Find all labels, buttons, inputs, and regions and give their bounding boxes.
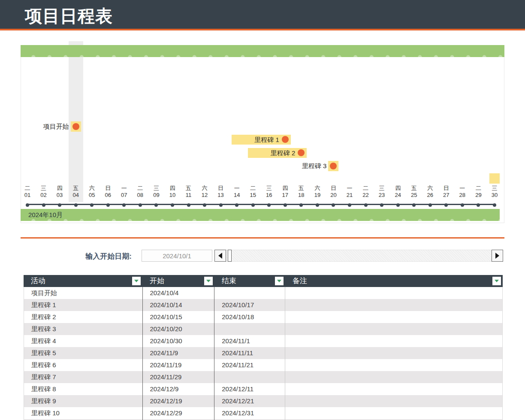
- cell-start[interactable]: 2024/11/9: [143, 347, 215, 359]
- scrollbar-thumb[interactable]: [228, 250, 232, 262]
- cell-end[interactable]: 2024/10/18: [214, 311, 285, 323]
- day-number: 07: [116, 192, 132, 199]
- cell-notes[interactable]: [285, 335, 502, 347]
- cell-activity[interactable]: 里程碑 6: [24, 359, 143, 371]
- cell-notes[interactable]: [285, 299, 502, 311]
- column-header-end: 结束: [214, 275, 285, 287]
- gantt-chart: 二01三02四03五04六05日06一07二08三09四10五11六12日13一…: [21, 45, 504, 223]
- weekday-label: 三: [36, 185, 52, 192]
- day-number: 17: [277, 192, 293, 199]
- axis-day: 日27: [438, 185, 454, 199]
- cell-notes[interactable]: [285, 407, 502, 419]
- cell-end[interactable]: [214, 371, 285, 383]
- table-row: 里程碑 42024/10/302024/11/1: [24, 335, 503, 347]
- app-header: 项目日程表: [0, 0, 525, 30]
- axis-tick-dot: [332, 203, 335, 207]
- filter-dropdown-icon: [206, 280, 211, 282]
- cell-start[interactable]: 2024/10/30: [143, 335, 215, 347]
- day-number: 08: [132, 192, 148, 199]
- cell-notes[interactable]: [285, 311, 502, 323]
- axis-tick-dot: [171, 203, 174, 207]
- cell-notes[interactable]: [285, 359, 502, 371]
- axis-tick-dot: [316, 203, 319, 207]
- cell-start[interactable]: 2024/10/14: [143, 299, 215, 311]
- table-row: 里程碑 32024/10/20: [24, 323, 503, 335]
- cell-notes[interactable]: [285, 371, 502, 383]
- axis-tick-dot: [235, 203, 238, 207]
- cell-start[interactable]: 2024/11/29: [143, 371, 215, 383]
- cell-start[interactable]: 2024/10/20: [143, 323, 215, 335]
- cell-start[interactable]: 2024/12/9: [143, 383, 215, 395]
- weekday-label: 一: [454, 185, 471, 192]
- cell-end[interactable]: 2024/12/21: [214, 395, 285, 407]
- cell-activity[interactable]: 里程碑 3: [24, 323, 143, 335]
- weekday-label: 一: [341, 185, 358, 192]
- day-number: 25: [406, 192, 422, 199]
- weekday-label: 二: [19, 185, 36, 192]
- weekday-label: 五: [181, 185, 197, 192]
- cell-activity[interactable]: 里程碑 9: [24, 395, 143, 407]
- filter-button-end[interactable]: [275, 277, 284, 285]
- scroll-right-button[interactable]: [492, 250, 503, 262]
- day-number: 28: [454, 192, 471, 199]
- day-number: 23: [374, 192, 390, 199]
- filter-button-start[interactable]: [204, 277, 213, 285]
- axis-tick-dot: [477, 203, 480, 207]
- axis-tick-dot: [412, 203, 416, 207]
- cell-notes[interactable]: [285, 347, 502, 359]
- axis-tick-dot: [299, 203, 303, 207]
- filter-button-notes[interactable]: [492, 277, 501, 285]
- day-number: 18: [293, 192, 309, 199]
- cell-activity[interactable]: 里程碑 5: [24, 347, 143, 359]
- axis-day: 三30: [486, 185, 503, 199]
- cell-end[interactable]: 2024/10/17: [214, 299, 285, 311]
- cell-activity[interactable]: 里程碑 10: [24, 407, 143, 419]
- axis-tick-dot: [219, 203, 223, 207]
- cell-end[interactable]: 2024/11/21: [214, 359, 285, 371]
- cell-end[interactable]: 2024/11/1: [214, 335, 285, 347]
- axis-tick-dot: [26, 203, 29, 207]
- filter-dropdown-icon: [134, 280, 139, 282]
- scroll-left-button[interactable]: [214, 250, 226, 262]
- cell-start[interactable]: 2024/12/29: [143, 407, 215, 419]
- cell-activity[interactable]: 里程碑 2: [24, 311, 143, 323]
- axis-day: 六12: [196, 185, 213, 199]
- weekday-label: 六: [422, 185, 438, 192]
- cell-end[interactable]: [214, 287, 285, 299]
- axis-day: 四10: [164, 185, 181, 199]
- cell-activity[interactable]: 里程碑 1: [24, 299, 143, 311]
- section-divider: [21, 237, 504, 239]
- table-header-row: 活动 开始 结束 备注: [24, 275, 503, 287]
- cell-notes[interactable]: [285, 383, 502, 395]
- day-number: 15: [245, 192, 261, 199]
- cell-activity[interactable]: 里程碑 8: [24, 383, 143, 395]
- weekday-label: 四: [390, 185, 406, 192]
- cell-start[interactable]: 2024/10/15: [143, 311, 215, 323]
- axis-day: 日20: [325, 185, 341, 199]
- cell-activity[interactable]: 里程碑 7: [24, 371, 143, 383]
- cell-activity[interactable]: 项目开始: [24, 287, 143, 299]
- milestone-label: 项目开始: [0, 122, 69, 131]
- cell-start[interactable]: 2024/11/19: [143, 359, 215, 371]
- axis-day: 三23: [374, 185, 390, 199]
- cell-notes[interactable]: [285, 395, 502, 407]
- scrollbar-track[interactable]: [226, 250, 492, 262]
- day-number: 19: [309, 192, 326, 199]
- cell-start[interactable]: 2024/10/4: [143, 287, 215, 299]
- cell-notes[interactable]: [285, 287, 502, 299]
- cell-end[interactable]: 2024/12/31: [214, 407, 285, 419]
- day-number: 12: [196, 192, 213, 199]
- axis-day: 二01: [19, 185, 36, 199]
- axis-day: 四03: [51, 185, 68, 199]
- day-number: 22: [358, 192, 374, 199]
- cell-end[interactable]: 2024/11/11: [214, 347, 285, 359]
- cell-end[interactable]: [214, 323, 285, 335]
- start-date-input[interactable]: [142, 250, 212, 262]
- milestone-dot: [282, 136, 289, 143]
- cell-notes[interactable]: [285, 323, 502, 335]
- cell-activity[interactable]: 里程碑 4: [24, 335, 143, 347]
- chart-top-bar: [21, 45, 504, 57]
- cell-start[interactable]: 2024/12/19: [143, 395, 215, 407]
- cell-end[interactable]: 2024/12/11: [214, 383, 285, 395]
- filter-button-activity[interactable]: [132, 277, 141, 285]
